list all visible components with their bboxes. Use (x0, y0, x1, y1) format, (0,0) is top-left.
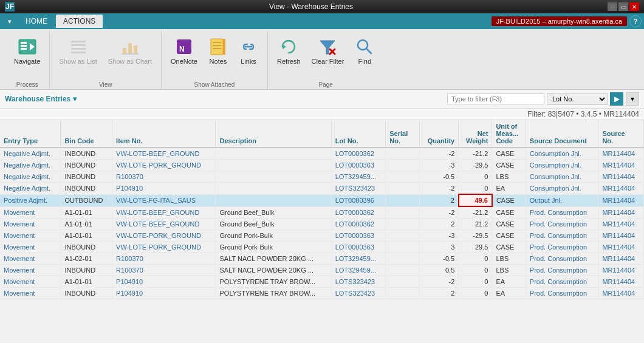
cell-description: Ground Pork-Bulk (216, 230, 331, 242)
svg-marker-21 (283, 44, 286, 49)
ribbon-buttons-attached: N OneNote Notes (166, 32, 262, 79)
col-entry-type[interactable]: Entry Type (0, 120, 61, 148)
navigate-icon (18, 37, 37, 56)
table-row[interactable]: Negative Adjmt.INBOUNDVW-LOTE-BEEF_GROUN… (0, 148, 644, 160)
table-header-row: Entry Type Bin Code Item No. Description… (0, 120, 644, 148)
cell-entry-type: Movement (0, 265, 61, 276)
refresh-label: Refresh (277, 58, 301, 66)
cell-description (216, 171, 331, 183)
col-description[interactable]: Description (216, 120, 331, 148)
cell-entry-type: Negative Adjmt. (0, 148, 61, 160)
col-net-weight[interactable]: NetWeight (459, 120, 492, 148)
nav-dropdown-button[interactable]: ▾ (2, 15, 17, 27)
table-row[interactable]: Negative Adjmt.INBOUNDP104910LOTS323423-… (0, 183, 644, 195)
cell-bin-code: OUTBOUND (61, 194, 112, 206)
ribbon-buttons-view: Show as List Show as Chart (55, 32, 156, 79)
app-icon: JF (5, 2, 15, 12)
links-button[interactable]: Links (235, 34, 262, 69)
ribbon-group-show-attached: N OneNote Notes (162, 32, 268, 89)
cell-description (216, 160, 331, 171)
page-title-dropdown-icon[interactable]: ▾ (73, 95, 77, 103)
help-button[interactable]: ? (629, 15, 642, 27)
cell-lot-no: LOTS323423 (331, 288, 386, 299)
table-row[interactable]: MovementINBOUNDVW-LOTE-PORK_GROUNDGround… (0, 242, 644, 253)
col-uom-code[interactable]: Unit ofMeas...Code (492, 120, 526, 148)
close-button[interactable]: ✕ (629, 2, 639, 11)
table-row[interactable]: MovementA1-01-01VW-LOTE-BEEF_GROUNDGroun… (0, 206, 644, 219)
cell-source-document: Prod. Consumption (526, 219, 598, 230)
cell-uom-code: CASE (492, 219, 526, 230)
ribbon-group-page: Refresh Clear Filter (268, 32, 383, 89)
ribbon-group-view: Show as List Show as Chart View (50, 32, 162, 89)
restore-button[interactable]: ▭ (618, 2, 628, 11)
table-row[interactable]: MovementA1-01-01P104910POLYSTYRENE TRAY … (0, 276, 644, 288)
notes-button[interactable]: Notes (204, 34, 232, 69)
filter-field-select[interactable]: Lot No.Item No.Bin CodeEntry Type (547, 93, 608, 105)
filter-input[interactable] (447, 93, 544, 104)
tab-actions[interactable]: ACTIONS (56, 15, 103, 28)
table-row[interactable]: Negative Adjmt.INBOUNDVW-LOTE-PORK_GROUN… (0, 160, 644, 171)
ribbon-group-process: Navigate Process (5, 32, 50, 89)
cell-source-no: MR114404 (598, 219, 644, 230)
cell-quantity: -2 (419, 206, 458, 219)
onenote-button[interactable]: N OneNote (166, 34, 202, 69)
cell-entry-type: Positive Adjmt. (0, 194, 61, 206)
process-group-label: Process (10, 79, 44, 89)
cell-uom-code: CASE (492, 160, 526, 171)
cell-item-no: R100370 (112, 265, 216, 276)
table-row[interactable]: MovementA1-01-01VW-LOTE-PORK_GROUNDGroun… (0, 230, 644, 242)
col-serial-no[interactable]: SerialNo. (386, 120, 420, 148)
find-button[interactable]: Find (351, 34, 379, 69)
cell-serial-no (386, 148, 420, 160)
table-row[interactable]: MovementINBOUNDP104910POLYSTYRENE TRAY B… (0, 288, 644, 299)
show-as-list-button[interactable]: Show as List (55, 34, 101, 69)
cell-item-no: R100370 (112, 171, 216, 183)
cell-bin-code: A1-02-01 (61, 253, 112, 265)
cell-bin-code: A1-01-01 (61, 276, 112, 288)
cell-serial-no (386, 171, 420, 183)
cell-serial-no (386, 183, 420, 195)
col-lot-no[interactable]: Lot No. (331, 120, 386, 148)
cell-item-no: VW-LOTE-PORK_GROUND (112, 160, 216, 171)
table-row[interactable]: MovementINBOUNDR100370SALT NACL POWDER 2… (0, 265, 644, 276)
show-as-chart-button[interactable]: Show as Chart (104, 34, 156, 69)
cell-description: POLYSTYRENE TRAY BROW... (216, 276, 331, 288)
table-row[interactable]: MovementA1-01-01VW-LOTE-BEEF_GROUNDGroun… (0, 219, 644, 230)
cell-lot-no: LOT0000362 (331, 206, 386, 219)
navigate-button[interactable]: Navigate (10, 34, 44, 69)
cell-serial-no (386, 276, 420, 288)
cell-serial-no (386, 194, 420, 206)
col-source-document[interactable]: Source Document (526, 120, 598, 148)
col-quantity[interactable]: Quantity (419, 120, 458, 148)
table-row[interactable]: Negative Adjmt.INBOUNDR100370LOT329459..… (0, 171, 644, 183)
filter-expand-button[interactable]: ▾ (626, 92, 639, 106)
svg-rect-10 (128, 43, 132, 54)
svg-text:N: N (179, 45, 185, 53)
table-row[interactable]: Positive Adjmt.OUTBOUNDVW-LOTE-FG-ITAL_S… (0, 194, 644, 206)
cell-serial-no (386, 288, 420, 299)
col-item-no[interactable]: Item No. (112, 120, 216, 148)
cell-description: SALT NACL POWDER 20KG ... (216, 265, 331, 276)
cell-description (216, 194, 331, 206)
cell-uom-code: CASE (492, 194, 526, 206)
table-row[interactable]: MovementA1-02-01R100370SALT NACL POWDER … (0, 253, 644, 265)
cell-quantity: -0.5 (419, 171, 458, 183)
cell-lot-no: LOTS323423 (331, 183, 386, 195)
cell-entry-type: Movement (0, 206, 61, 219)
cell-net-weight: 0 (459, 183, 492, 195)
cell-bin-code: INBOUND (61, 242, 112, 253)
svg-rect-6 (71, 44, 86, 46)
clear-filter-button[interactable]: Clear Filter (307, 34, 349, 69)
tab-home[interactable]: HOME (18, 15, 55, 28)
active-filter-info: Filter: 83|5407 • 3,4,5 • MR114404 (0, 109, 644, 120)
minimize-button[interactable]: ─ (608, 2, 617, 11)
filter-go-button[interactable]: ▶ (610, 92, 623, 106)
page-title: Warehouse Entries ▾ (5, 95, 77, 103)
refresh-button[interactable]: Refresh (273, 34, 305, 69)
cell-net-weight: -21.2 (459, 206, 492, 219)
cell-bin-code: INBOUND (61, 288, 112, 299)
table-container[interactable]: Entry Type Bin Code Item No. Description… (0, 120, 644, 340)
col-bin-code[interactable]: Bin Code (61, 120, 112, 148)
cell-source-document: Consumption Jnl. (526, 160, 598, 171)
col-source-no[interactable]: SourceNo. (598, 120, 644, 148)
